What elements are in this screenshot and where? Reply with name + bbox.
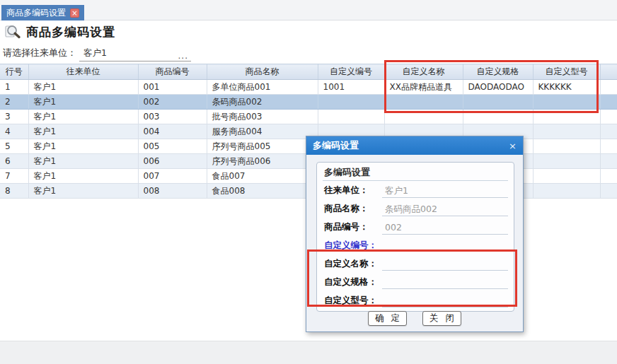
table-cell: 4 <box>0 124 28 139</box>
custom-code-label: 自定义编号： <box>323 240 382 252</box>
table-cell: DAODAODAO <box>463 80 533 95</box>
ellipsis-picker-button[interactable]: ... <box>178 52 188 59</box>
search-icon <box>4 24 21 40</box>
readonly-fields: 往来单位：客户1商品名称：条码商品002商品编号：002 <box>323 181 508 236</box>
custom-name-input[interactable] <box>382 257 508 271</box>
product-name-label: 商品名称： <box>323 203 382 215</box>
page-title: 商品多编码设置 <box>26 24 115 40</box>
column-header: 往来单位 <box>28 64 138 80</box>
bottom-strip <box>0 341 617 364</box>
tab-product-multicode[interactable]: 商品多编码设置 × <box>1 5 84 20</box>
column-header: 自定义名称 <box>384 64 463 80</box>
custom-name-label: 自定义名称： <box>323 258 382 270</box>
table-cell <box>600 139 617 154</box>
table-cell <box>533 124 600 139</box>
table-cell: 食品008 <box>207 184 318 199</box>
multicode-dialog: 多编码设置 × 多编码设置 往来单位：客户1商品名称：条码商品002商品编号：0… <box>306 136 524 332</box>
table-cell: 8 <box>0 184 28 199</box>
product-code-row: 商品编号：002 <box>323 218 508 236</box>
column-header: 自定义编号 <box>318 64 384 80</box>
dialog-button-row: 确 定 关 闭 <box>306 311 523 326</box>
table-cell <box>533 110 600 124</box>
table-row[interactable]: 3客户1003批号商品003 <box>0 110 617 124</box>
product-name-value: 条码商品002 <box>382 201 508 216</box>
dialog-panel: 多编码设置 往来单位：客户1商品名称：条码商品002商品编号：002 自定义编号… <box>316 162 514 312</box>
app-window: 商品多编码设置 × 商品多编码设置 请选择往来单位： 客户1 ... 行号往来单… <box>0 0 617 364</box>
table-cell: 2 <box>0 95 28 110</box>
table-cell: 008 <box>138 184 207 199</box>
editable-fields: 自定义名称：自定义规格：自定义型号： <box>323 254 508 310</box>
table-cell: 食品007 <box>207 169 318 184</box>
table-cell: 批号商品003 <box>207 110 318 124</box>
table-cell <box>533 169 600 184</box>
table-cell <box>600 184 617 199</box>
dialog-close-icon[interactable]: × <box>509 141 517 151</box>
table-cell: 客户1 <box>28 139 138 154</box>
panel-title: 多编码设置 <box>323 164 508 181</box>
column-header: 行号 <box>0 64 28 80</box>
table-cell: 客户1 <box>28 169 138 184</box>
table-cell: 002 <box>138 95 207 110</box>
custom-spec-row: 自定义规格： <box>323 273 508 291</box>
custom-code-input[interactable] <box>382 238 508 252</box>
counterparty-filter: 请选择往来单位： 客户1 ... <box>3 45 191 61</box>
table-cell: 客户1 <box>28 184 138 199</box>
table-cell: 客户1 <box>28 80 138 95</box>
column-header: 自定义型号 <box>533 64 600 80</box>
tab-label: 商品多编码设置 <box>6 7 66 19</box>
counterparty-value: 客户1 <box>382 183 508 198</box>
table-cell <box>533 95 600 110</box>
table-row[interactable]: 2客户1002条码商品002 <box>0 95 617 110</box>
table-cell: 客户1 <box>28 110 138 124</box>
table-cell: 多单位商品001 <box>207 80 318 95</box>
column-header <box>600 64 617 80</box>
table-cell <box>533 139 600 154</box>
dialog-title: 多编码设置 <box>313 139 359 152</box>
product-code-value: 002 <box>382 220 508 235</box>
custom-spec-label: 自定义规格： <box>323 276 382 288</box>
ok-button[interactable]: 确 定 <box>368 311 407 326</box>
table-cell <box>600 80 617 95</box>
table-cell: 3 <box>0 110 28 124</box>
table-cell <box>600 169 617 184</box>
table-cell: 客户1 <box>28 124 138 139</box>
column-header: 自定义规格 <box>463 64 533 80</box>
table-cell <box>463 95 533 110</box>
column-header: 商品编号 <box>138 64 207 80</box>
table-cell: 序列号商品006 <box>207 154 318 169</box>
close-button[interactable]: 关 闭 <box>422 311 461 326</box>
table-cell <box>600 95 617 110</box>
filter-label: 请选择往来单位： <box>3 47 76 61</box>
table-cell: 1 <box>0 80 28 95</box>
tab-bar: 商品多编码设置 × <box>0 0 617 20</box>
table-row[interactable]: 1客户1001多单位商品0011001XX品牌精品道具DAODAODAOKKKK… <box>0 80 617 95</box>
table-header: 行号往来单位商品编号商品名称自定义编号自定义名称自定义规格自定义型号 <box>0 64 617 80</box>
product-code-label: 商品编号： <box>323 221 382 233</box>
product-name-row: 商品名称：条码商品002 <box>323 199 508 218</box>
table-cell: 服务商品004 <box>207 124 318 139</box>
table-cell: 5 <box>0 139 28 154</box>
dialog-titlebar: 多编码设置 × <box>306 136 523 155</box>
table-cell: 客户1 <box>28 154 138 169</box>
table-cell <box>533 154 600 169</box>
table-cell: 004 <box>138 124 207 139</box>
custom-model-input[interactable] <box>382 293 508 307</box>
counterparty-value: 客户1 <box>83 47 107 59</box>
table-cell: 001 <box>138 80 207 95</box>
table-cell <box>533 184 600 199</box>
table-cell: 客户1 <box>28 95 138 110</box>
table-cell: 006 <box>138 154 207 169</box>
table-cell <box>384 95 463 110</box>
table-cell <box>318 95 384 110</box>
counterparty-label: 往来单位： <box>323 184 382 196</box>
page-header: 商品多编码设置 <box>4 22 115 42</box>
table-cell: 005 <box>138 139 207 154</box>
custom-spec-input[interactable] <box>382 275 508 289</box>
custom-model-row: 自定义型号： <box>323 291 508 310</box>
counterparty-field[interactable]: 客户1 ... <box>79 47 191 61</box>
custom-code-row: 自定义编号： <box>323 236 508 254</box>
tab-close-icon[interactable]: × <box>70 8 79 18</box>
table-cell: 6 <box>0 154 28 169</box>
table-cell: XX品牌精品道具 <box>384 80 463 95</box>
table-cell <box>384 110 463 124</box>
